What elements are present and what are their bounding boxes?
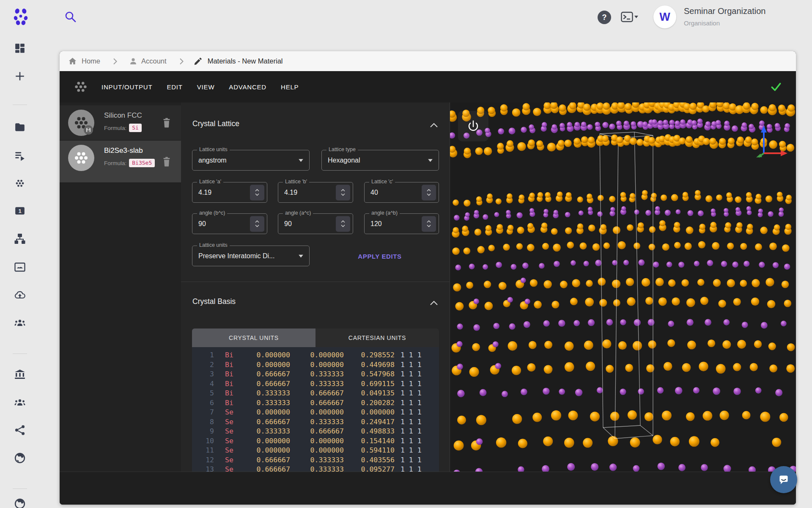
lattice-type-value: Hexagonal (328, 157, 360, 164)
basis-row: 11Se0.0000000.0000000.5941101 1 1 (192, 446, 439, 456)
material-info: Bi2Se3-slab Formula: Bi3Se5 (104, 145, 155, 178)
lattice-b-input[interactable]: Lattice 'b' 4.19 (278, 182, 353, 203)
breadcrumb-home[interactable]: Home (82, 57, 100, 65)
lattice-units-value: angstrom (198, 157, 227, 164)
collapse-chevron-up-icon[interactable] (429, 121, 439, 131)
menu-item-help[interactable]: HELP (281, 83, 299, 91)
basis-coordinates-editor[interactable]: 1Bi0.0000000.0000000.2985521 1 12Bi0.000… (192, 347, 439, 472)
app-logo-icon[interactable] (11, 7, 30, 27)
breadcrumb-account[interactable]: Account (141, 57, 167, 65)
basis-row: 9Se0.3333330.6666670.4988331 1 1 (192, 427, 439, 436)
basis-row: 2Bi0.0000000.0000000.4496981 1 1 (192, 360, 439, 370)
angle-bc-value: 90 (198, 220, 206, 228)
tab-crystal-units[interactable]: CRYSTAL UNITS (192, 329, 315, 347)
tab-cartesian-units[interactable]: CARTESIAN UNITS (315, 329, 439, 347)
console-dropdown-icon[interactable] (621, 11, 639, 23)
material-avatar (68, 110, 94, 136)
institution-icon[interactable] (14, 369, 25, 380)
menu-item-edit[interactable]: EDIT (167, 83, 182, 91)
collapse-chevron-up-icon[interactable] (429, 298, 439, 309)
stepper-buttons[interactable] (422, 185, 436, 200)
materials-designer-card: Home Account Materials - New Material IN… (60, 51, 796, 505)
crystal-form-panel: Crystal Lattice Lattice units angstrom L… (181, 102, 450, 472)
team-icon[interactable] (14, 318, 25, 329)
menu-item-view[interactable]: VIEW (197, 83, 215, 91)
angle-ab-input[interactable]: angle (a^b) 120 (364, 213, 439, 234)
lattice-type-select[interactable]: Lattice type Hexagonal (321, 150, 439, 171)
chevron-right-icon (179, 58, 184, 65)
globe-icon[interactable] (14, 453, 25, 464)
jobs-one-icon[interactable]: 1 (14, 205, 25, 216)
accept-check-icon[interactable] (771, 81, 782, 92)
materials-list-panel: Silicon FCC Formula: Si Bi2Se3-slab Form… (60, 102, 181, 472)
material-name: Silicon FCC (104, 111, 142, 120)
add-icon[interactable] (14, 71, 25, 82)
stepper-buttons[interactable] (336, 185, 350, 200)
basis-row: 3Bi0.6666670.3333330.5479681 1 1 (192, 370, 439, 379)
angle-bc-label: angle (b^c) (197, 210, 227, 216)
saved-badge-icon (84, 125, 93, 135)
basis-row: 8Se0.6666670.3333330.2494171 1 1 (192, 417, 439, 427)
lattice-a-value: 4.19 (198, 189, 211, 196)
designer-content: Silicon FCC Formula: Si Bi2Se3-slab Form… (60, 102, 796, 472)
designer-footer (60, 472, 796, 505)
molecule-menu-icon[interactable] (72, 78, 89, 95)
angle-ac-label: angle (a^c) (283, 210, 313, 216)
lattice-units-mode-label: Lattice units (197, 242, 230, 248)
designer-menubar: INPUT/OUTPUTEDITVIEWADVANCEDHELP (60, 71, 796, 102)
breadcrumb: Home Account Materials - New Material (60, 51, 796, 71)
lattice-c-label: Lattice 'c' (369, 179, 395, 185)
basis-row: 5Bi0.3333330.6666670.0491351 1 1 (192, 389, 439, 398)
share-icon[interactable] (14, 425, 25, 436)
stepper-buttons[interactable] (336, 216, 350, 232)
material-list-item[interactable]: Bi2Se3-slab Formula: Bi3Se5 (60, 141, 181, 183)
crystal-basis-title: Crystal Basis (192, 297, 236, 306)
lattice-units-select[interactable]: Lattice units angstrom (192, 150, 310, 171)
viewer-power-button[interactable] (458, 111, 488, 141)
chat-support-button[interactable] (770, 466, 797, 493)
menu-item-advanced[interactable]: ADVANCED (229, 83, 266, 91)
bank-materials-icon[interactable] (14, 262, 25, 273)
material-list-item[interactable]: Silicon FCC Formula: Si (60, 105, 181, 141)
material-info: Silicon FCC Formula: Si (104, 110, 142, 136)
stepper-buttons[interactable] (250, 185, 264, 200)
angle-bc-input[interactable]: angle (b^c) 90 (192, 213, 267, 234)
groups-icon[interactable] (14, 397, 25, 408)
delete-trash-icon[interactable] (162, 157, 171, 166)
playlist-run-icon[interactable] (14, 150, 25, 161)
lattice-a-input[interactable]: Lattice 'a' 4.19 (192, 182, 267, 203)
apply-edits-button[interactable]: APPLY EDITS (344, 251, 416, 262)
menu-item-input-output[interactable]: INPUT/OUTPUT (102, 83, 152, 91)
lattice-c-input[interactable]: Lattice 'c' 40 (364, 182, 439, 203)
help-icon[interactable]: ? (598, 11, 611, 24)
stepper-buttons[interactable] (422, 216, 436, 232)
folder-icon[interactable] (14, 122, 25, 133)
angle-ac-input[interactable]: angle (a^c) 90 (278, 213, 353, 234)
materials-molecule-icon[interactable] (14, 178, 25, 189)
workflows-tree-icon[interactable] (14, 233, 25, 244)
delete-trash-icon[interactable] (162, 118, 171, 128)
home-icon[interactable] (69, 58, 77, 65)
structure-3d-viewer[interactable] (450, 102, 796, 472)
search-icon[interactable] (64, 11, 77, 23)
material-formula: Formula: Bi3Se5 (104, 159, 155, 167)
menu-items: INPUT/OUTPUTEDITVIEWADVANCEDHELP (102, 83, 299, 91)
cloud-upload-icon[interactable] (14, 290, 25, 301)
lattice-units-mode-select[interactable]: Lattice units Preserve Interatomic Di... (192, 246, 310, 266)
stepper-buttons[interactable] (250, 216, 264, 232)
basis-row: 10Se0.0000000.0000000.1541401 1 1 (192, 436, 439, 446)
axes-gizmo[interactable] (742, 117, 793, 160)
globe-partial-icon[interactable] (14, 498, 25, 508)
lattice-c-value: 40 (370, 189, 378, 196)
angle-ac-value: 90 (284, 220, 292, 228)
basis-row: 13Se0.6666670.3333330.0952771 1 1 (192, 465, 439, 472)
org-subtitle: Organisation (684, 19, 720, 27)
edit-pencil-icon (194, 58, 202, 65)
sidebar-divider (13, 105, 27, 105)
user-avatar[interactable]: W (653, 6, 676, 28)
material-formula: Formula: Si (104, 124, 142, 132)
sidebar-divider (13, 489, 27, 489)
dashboard-icon[interactable] (14, 43, 25, 54)
dropdown-arrow-icon (299, 254, 303, 257)
breadcrumb-current: Materials - New Material (208, 57, 283, 65)
